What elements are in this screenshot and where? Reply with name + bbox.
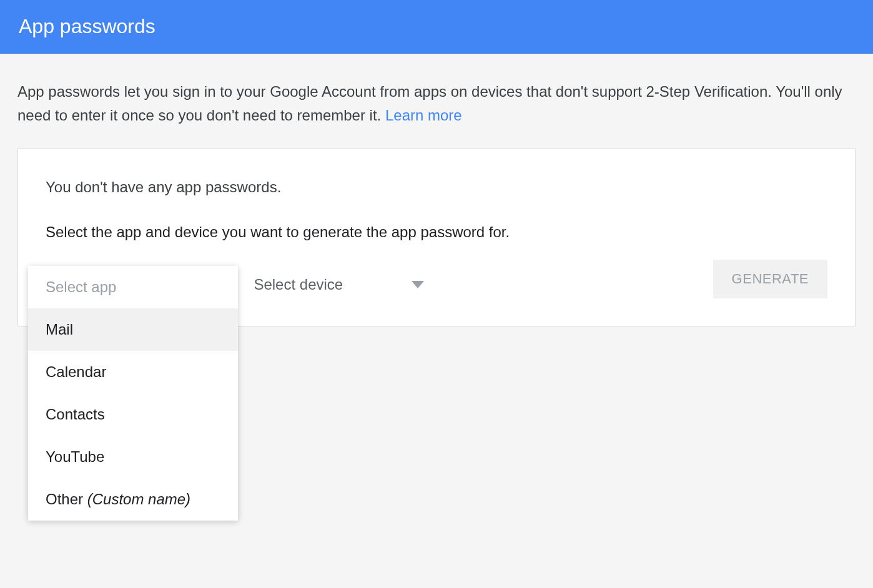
other-custom-label: (Custom name) [87, 491, 190, 507]
select-device-wrapper: Select device [254, 271, 424, 298]
dropdown-item-youtube[interactable]: YouTube [28, 436, 238, 478]
description-text: App passwords let you sign in to your Go… [0, 54, 873, 148]
page-title: App passwords [19, 15, 155, 37]
dropdown-item-mail[interactable]: Mail [28, 308, 238, 351]
selectors-row: Select app Select app Mail Calendar Cont… [46, 271, 827, 298]
dropdown-item-contacts[interactable]: Contacts [28, 393, 238, 436]
dropdown-item-other[interactable]: Other (Custom name) [28, 478, 238, 521]
chevron-down-icon [412, 281, 424, 288]
app-dropdown-menu: Select app Mail Calendar Contacts YouTub… [28, 266, 238, 521]
dropdown-header: Select app [28, 266, 238, 308]
select-device-dropdown[interactable]: Select device [254, 271, 424, 298]
select-app-wrapper: Select app Select app Mail Calendar Cont… [46, 271, 179, 298]
no-passwords-message: You don't have any app passwords. [46, 179, 827, 196]
other-label: Other [46, 491, 83, 507]
app-passwords-card: You don't have any app passwords. Select… [17, 148, 856, 326]
page-header: App passwords [0, 0, 873, 54]
select-device-label: Select device [254, 276, 343, 293]
learn-more-link[interactable]: Learn more [385, 107, 462, 124]
generate-button[interactable]: GENERATE [713, 260, 827, 298]
instruction-text: Select the app and device you want to ge… [46, 223, 827, 241]
dropdown-item-calendar[interactable]: Calendar [28, 351, 238, 393]
